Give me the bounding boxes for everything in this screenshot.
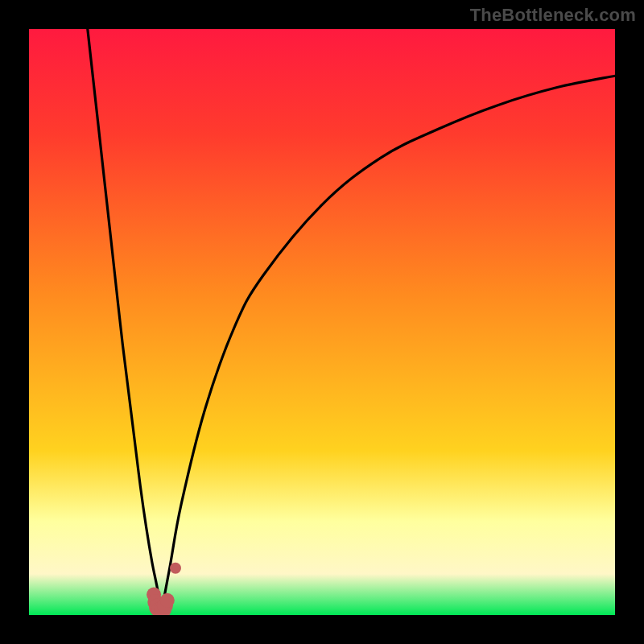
watermark-text: TheBottleneck.com — [470, 5, 636, 26]
chart-svg — [29, 29, 615, 615]
plot-area — [29, 29, 615, 615]
outer-frame: TheBottleneck.com — [0, 0, 644, 644]
highlight-dot — [160, 593, 175, 608]
highlight-dot — [170, 563, 181, 574]
gradient-background — [29, 29, 615, 615]
